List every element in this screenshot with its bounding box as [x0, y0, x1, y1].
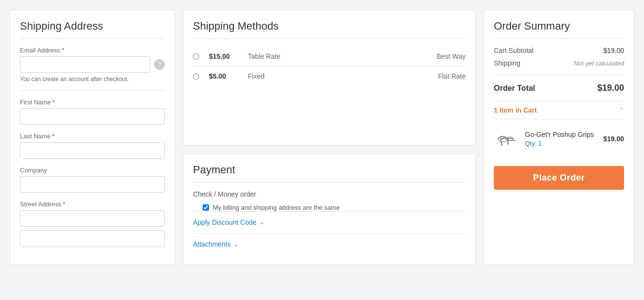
attachments-label: Attachments	[193, 240, 231, 248]
cart-subtotal-value: $19.00	[603, 47, 624, 54]
company-field-group: Company	[20, 167, 165, 193]
shipping-method-row-1: $5.00 Fixed Flat Rate	[193, 67, 466, 86]
cart-subtotal-row: Cart Subtotal $19.00	[494, 47, 624, 54]
last-name-required-star: *	[52, 133, 54, 140]
middle-column: Shipping Methods $15.00 Table Rate Best …	[183, 10, 476, 265]
first-name-required-star: *	[52, 99, 55, 106]
attachments-chevron-icon: ⌄	[234, 241, 239, 248]
shipping-address-title: Shipping Address	[20, 20, 165, 39]
shipping-price-1: $5.00	[209, 72, 238, 80]
billing-same-label: My billing and shipping address are the …	[213, 204, 340, 211]
company-input[interactable]	[20, 176, 165, 193]
order-summary-title: Order Summary	[494, 20, 624, 39]
place-order-button[interactable]: Place Order	[494, 166, 624, 190]
apply-discount-accordion[interactable]: Apply Discount Code ⌄	[193, 211, 466, 233]
shipping-address-panel: Shipping Address Email Address* ? You ca…	[10, 10, 175, 265]
street-address-input-1[interactable]	[20, 210, 165, 227]
billing-same-checkbox[interactable]	[203, 204, 209, 211]
email-label: Email Address*	[20, 47, 165, 54]
cart-item-image	[494, 126, 519, 151]
payment-title: Payment	[193, 164, 466, 183]
street-required-star: *	[63, 200, 65, 208]
items-in-cart-label: 1 Item in Cart	[494, 106, 537, 114]
first-name-label: First Name*	[20, 99, 165, 106]
create-account-note: You can create an account after checkout…	[20, 76, 165, 83]
payment-section: Check / Money order My billing and shipp…	[193, 190, 466, 211]
order-total-row: Order Total $19.00	[494, 83, 624, 93]
payment-method-label: Check / Money order	[193, 190, 466, 198]
apply-discount-chevron-icon: ⌄	[260, 219, 264, 226]
divider-1	[20, 90, 165, 91]
shipping-row: Shipping Not yet calculated	[494, 59, 624, 67]
shipping-method-name-1: Flat Rate	[438, 72, 466, 80]
shipping-method-row-0: $15.00 Table Rate Best Way	[193, 47, 466, 67]
shipping-summary-value: Not yet calculated	[574, 60, 624, 67]
company-label: Company	[20, 167, 165, 174]
cart-item-qty: Qty: 1	[525, 140, 597, 147]
cart-item-name: Go-Get'r Pushup Grips	[525, 131, 597, 138]
summary-divider	[494, 75, 624, 75]
cart-toggle-chevron-icon: ⌃	[619, 107, 624, 114]
first-name-field-group: First Name*	[20, 99, 165, 125]
cart-item-row: Go-Get'r Pushup Grips Qty: 1 $19.00	[494, 119, 624, 158]
cart-toggle-row[interactable]: 1 Item in Cart ⌃	[494, 101, 624, 119]
cart-item-info: Go-Get'r Pushup Grips Qty: 1	[525, 131, 597, 147]
last-name-label: Last Name*	[20, 133, 165, 140]
cart-item-price: $19.00	[603, 135, 624, 143]
order-total-value: $19.00	[597, 83, 624, 93]
email-help-icon[interactable]: ?	[154, 59, 165, 70]
shipping-summary-label: Shipping	[494, 59, 521, 67]
attachments-accordion[interactable]: Attachments ⌄	[193, 233, 466, 255]
apply-discount-label: Apply Discount Code	[193, 218, 257, 226]
shipping-carrier-1: Fixed	[248, 72, 428, 80]
shipping-price-0: $15.00	[209, 52, 238, 60]
email-input-row: ?	[20, 56, 165, 73]
shipping-method-radio-0[interactable]	[193, 53, 199, 60]
first-name-input[interactable]	[20, 108, 165, 125]
street-address-field-group: Street Address*	[20, 200, 165, 247]
shipping-method-name-0: Best Way	[437, 52, 466, 60]
pushup-grips-image	[494, 126, 519, 151]
shipping-carrier-0: Table Rate	[248, 52, 427, 60]
email-field-group: Email Address* ? You can create an accou…	[20, 47, 165, 83]
billing-same-row: My billing and shipping address are the …	[203, 204, 466, 211]
cart-subtotal-label: Cart Subtotal	[494, 47, 534, 54]
last-name-input[interactable]	[20, 142, 165, 159]
shipping-methods-panel: Shipping Methods $15.00 Table Rate Best …	[183, 10, 476, 146]
order-total-label: Order Total	[494, 84, 535, 93]
email-required-star: *	[62, 47, 64, 54]
street-address-label: Street Address*	[20, 200, 165, 208]
street-address-input-2[interactable]	[20, 231, 165, 247]
payment-panel: Payment Check / Money order My billing a…	[183, 153, 476, 265]
shipping-method-radio-1[interactable]	[193, 73, 199, 80]
order-summary-panel: Order Summary Cart Subtotal $19.00 Shipp…	[484, 10, 634, 265]
last-name-field-group: Last Name*	[20, 133, 165, 159]
email-input[interactable]	[20, 56, 150, 73]
shipping-methods-title: Shipping Methods	[193, 20, 466, 39]
